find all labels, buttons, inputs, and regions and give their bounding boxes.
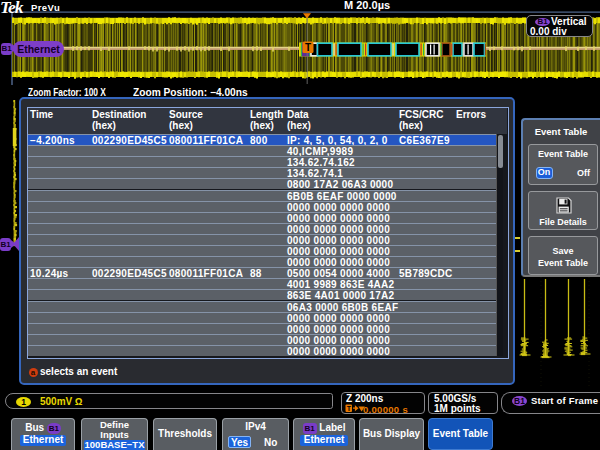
svg-text:T: T: [305, 42, 311, 53]
svg-text:T: T: [347, 405, 352, 412]
